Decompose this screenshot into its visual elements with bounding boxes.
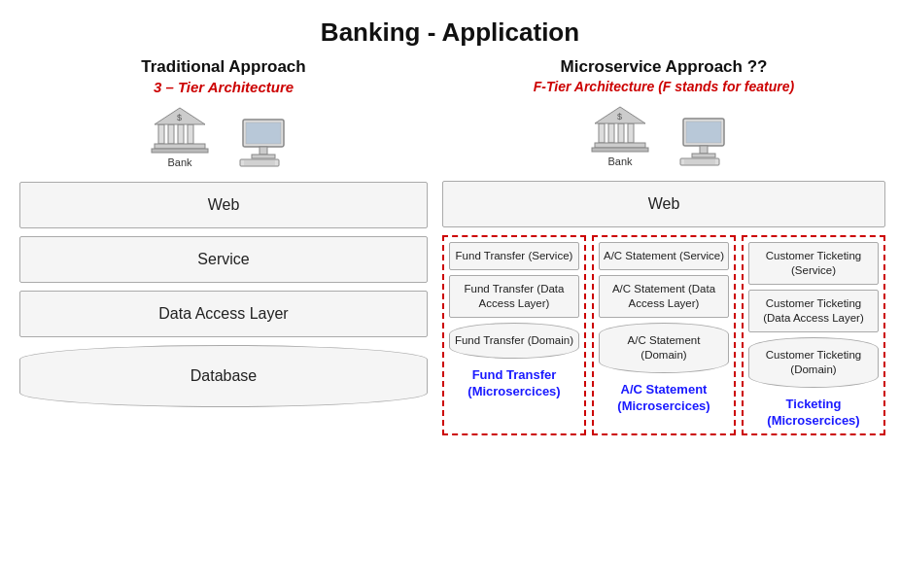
bank-icon-container: $ Bank (151, 103, 209, 168)
right-bank-label: Bank (607, 156, 632, 167)
svg-text:$: $ (177, 113, 182, 122)
microservice-approach-section: Microservice Approach ?? F-Tier Architec… (437, 57, 890, 435)
left-section-subtitle: 3 – Tier Architecture (19, 79, 428, 95)
page-title: Banking - Application (0, 0, 900, 57)
bank-label: Bank (167, 156, 191, 168)
ticketing-column: Customer Ticketing (Service) Customer Ti… (742, 235, 885, 435)
fund-transfer-db-box: Fund Transfer (Domain) (449, 323, 579, 359)
right-computer-icon (678, 114, 737, 167)
right-section-title: Microservice Approach ?? (442, 57, 885, 77)
svg-rect-19 (628, 123, 634, 143)
svg-rect-21 (595, 143, 645, 148)
fund-transfer-service-box: Fund Transfer (Service) (449, 242, 579, 270)
ac-statement-footer: A/C Statement (Microsercices) (599, 382, 729, 415)
ticketing-db-box: Customer Ticketing (Domain) (748, 337, 879, 388)
microservice-columns: Fund Transfer (Service) Fund Transfer (D… (442, 235, 885, 435)
svg-rect-5 (155, 144, 205, 149)
bank-icon: $ (151, 103, 209, 156)
left-section-title: Traditional Approach (19, 57, 428, 77)
svg-rect-0 (158, 124, 164, 144)
traditional-approach-section: Traditional Approach 3 – Tier Architectu… (10, 57, 437, 435)
svg-rect-2 (178, 124, 184, 144)
right-computer-icon-container (678, 114, 737, 167)
right-bank-icon-container: $ Bank (591, 102, 649, 167)
right-web-layer: Web (442, 181, 885, 227)
fund-transfer-footer: Fund Transfer (Microsercices) (449, 367, 579, 400)
svg-rect-9 (246, 122, 281, 144)
svg-rect-3 (188, 124, 193, 144)
svg-rect-25 (686, 121, 721, 143)
left-service-layer: Service (19, 236, 428, 283)
svg-rect-16 (599, 123, 605, 143)
svg-rect-10 (260, 147, 267, 155)
right-icons-row: $ Bank (442, 102, 885, 167)
svg-rect-26 (700, 146, 708, 154)
svg-rect-11 (252, 155, 275, 158)
ticketing-service-box: Customer Ticketing (Service) (748, 242, 879, 285)
svg-rect-17 (608, 123, 614, 143)
ac-statement-service-box: A/C Statement (Service) (599, 242, 729, 270)
svg-rect-27 (692, 154, 715, 157)
computer-icon (238, 115, 296, 168)
left-computer-icon-container (238, 115, 296, 168)
ac-statement-column: A/C Statement (Service) A/C Statement (D… (592, 235, 736, 435)
svg-text:$: $ (617, 112, 622, 121)
svg-rect-22 (592, 148, 648, 152)
ticketing-footer: Ticketing (Microsercices) (748, 397, 879, 430)
svg-rect-1 (168, 124, 174, 144)
svg-rect-6 (152, 149, 208, 153)
right-section-subtitle: F-Tier Architecture (F stands for featur… (442, 79, 885, 94)
left-database-layer: Database (19, 345, 428, 407)
ticketing-dal-box: Customer Ticketing (Data Access Layer) (748, 290, 879, 332)
ac-statement-dal-box: A/C Statement (Data Access Layer) (599, 275, 729, 318)
fund-transfer-column: Fund Transfer (Service) Fund Transfer (D… (442, 235, 586, 435)
left-icons-row: $ Bank (19, 103, 428, 168)
fund-transfer-dal-box: Fund Transfer (Data Access Layer) (449, 275, 579, 318)
left-web-layer: Web (19, 182, 428, 228)
ac-statement-db-box: A/C Statement (Domain) (599, 323, 729, 373)
right-bank-icon: $ (591, 102, 649, 156)
left-dal-layer: Data Access Layer (19, 291, 428, 337)
svg-rect-18 (618, 123, 624, 143)
